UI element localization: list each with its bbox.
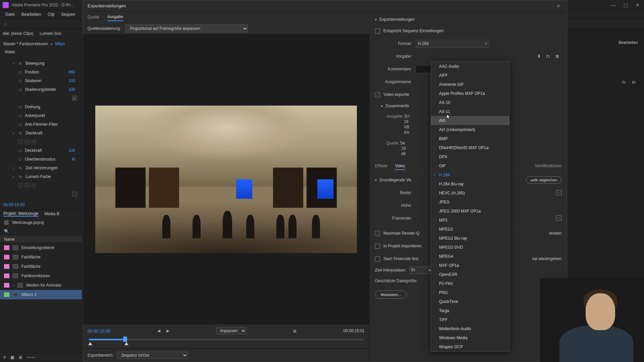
freeform-icon[interactable]: ⊞ xyxy=(19,355,22,360)
match-source-button[interactable]: uelle abgleichen xyxy=(526,176,561,184)
effect-name[interactable]: Zeit-Verzerrungen xyxy=(25,166,77,170)
icon-view-icon[interactable]: ▦ xyxy=(10,355,14,360)
format-option[interactable]: DNxHR/DNxHD MXF OP1a xyxy=(431,143,509,152)
crop-icon[interactable]: ▣ xyxy=(293,328,297,333)
tab-effects[interactable]: Effekte xyxy=(375,163,387,170)
dialog-close-icon[interactable]: ✕ xyxy=(555,2,562,10)
format-option[interactable]: Wellenform-Audio xyxy=(431,324,509,333)
mask-rect-icon[interactable]: ▭ xyxy=(25,139,30,144)
import-project-checkbox[interactable] xyxy=(375,244,380,249)
match-sequence-checkbox[interactable] xyxy=(375,28,380,34)
search-icon[interactable]: 🔍 xyxy=(4,229,9,234)
format-option[interactable]: Wraptor DCP xyxy=(431,342,509,351)
format-option[interactable]: P2-Film xyxy=(431,279,509,288)
play-icon[interactable]: ▶ xyxy=(166,328,169,333)
format-option[interactable]: AIFF xyxy=(431,71,509,80)
keyframe-icon[interactable]: ◇ xyxy=(18,70,22,74)
list-view-icon[interactable]: ≡ xyxy=(3,355,6,360)
format-option[interactable]: H.264 xyxy=(431,170,509,179)
close-icon[interactable]: ✕ xyxy=(635,3,640,7)
out-marker-icon[interactable] xyxy=(124,342,128,345)
clip-link[interactable]: Milan xyxy=(55,42,65,46)
keyframe-icon[interactable]: ◇ xyxy=(18,87,22,92)
project-item[interactable]: Farbfläche xyxy=(0,262,82,271)
menu-edit[interactable]: Bearbeiten xyxy=(19,12,44,17)
project-item[interactable]: Milano 1 xyxy=(0,290,82,299)
project-item[interactable]: Farbfläche xyxy=(0,252,82,262)
format-option[interactable]: AS-10 xyxy=(431,98,509,107)
format-option[interactable]: AVI xyxy=(431,116,509,125)
tab-output[interactable]: Ausgabe xyxy=(107,13,123,21)
tab-source[interactable]: Quelle xyxy=(88,13,99,21)
format-option[interactable]: TIFF xyxy=(431,315,509,324)
keyframe-icon[interactable]: ◇ xyxy=(18,122,22,127)
menu-clip[interactable]: Clip xyxy=(45,12,57,17)
tab-project[interactable]: Projekt: Werkzeuge xyxy=(3,211,39,217)
format-option[interactable]: MPEG2 Blu-ray xyxy=(431,234,509,243)
format-select[interactable]: H.264▾ xyxy=(415,40,489,48)
prop-value[interactable]: 960 xyxy=(68,70,75,74)
link-framerate-checkbox[interactable] xyxy=(556,216,561,221)
format-option[interactable]: AS-11 xyxy=(431,107,509,116)
format-option[interactable]: BMP xyxy=(431,134,509,143)
format-option[interactable]: MPEG4 xyxy=(431,252,509,261)
metadata-button[interactable]: Metadaten... xyxy=(375,291,407,299)
in-marker-icon[interactable] xyxy=(88,342,92,345)
format-option[interactable]: Apple ProRes MXF OP1a xyxy=(431,89,509,98)
format-option[interactable]: MXF OP1a xyxy=(431,261,509,270)
prop-value[interactable]: 100 xyxy=(68,87,75,92)
twirl-icon[interactable]: › xyxy=(11,166,15,170)
zoom-fit-select[interactable]: Anpassen xyxy=(216,327,246,335)
tab-source[interactable]: elle: (keine Clips) xyxy=(3,31,34,36)
prop-checkbox[interactable] xyxy=(72,192,77,196)
tab-media-browser[interactable]: Media-B xyxy=(45,212,60,216)
max-render-checkbox[interactable] xyxy=(375,231,380,236)
format-option[interactable]: AVI (Unkomprimiert) xyxy=(431,125,509,134)
save-preset-icon[interactable]: ⬇ xyxy=(537,54,541,59)
format-option[interactable]: DPX xyxy=(431,152,509,161)
prop-value[interactable]: M xyxy=(72,157,75,162)
range-select[interactable]: Sequenz In/Out xyxy=(117,352,188,359)
effect-name[interactable]: Lumetri-Farbe xyxy=(25,174,77,179)
project-item[interactable]: ›Medien für Animatic xyxy=(0,281,82,290)
effect-name[interactable]: Bewegung xyxy=(25,61,77,66)
minimize-icon[interactable]: ― xyxy=(611,3,616,7)
format-option[interactable]: Animierte GIF xyxy=(431,80,509,89)
step-back-icon[interactable]: ◀ xyxy=(157,328,160,333)
format-dropdown[interactable]: AAC-AudioAIFFAnimierte GIFApple ProRes M… xyxy=(431,61,509,352)
chevron-down-icon[interactable]: ▾ xyxy=(51,42,52,46)
zoom-slider[interactable]: ○── xyxy=(27,355,35,360)
keyframe-icon[interactable]: ◇ xyxy=(18,113,22,118)
format-option[interactable]: MPEG2-DVD xyxy=(431,243,509,252)
link-dimensions-checkbox[interactable] xyxy=(556,190,561,195)
format-option[interactable]: MPEG2 xyxy=(431,225,509,234)
mask-pen-icon[interactable]: ✎ xyxy=(32,183,36,188)
keyframe-icon[interactable]: ◇ xyxy=(18,157,22,162)
project-item[interactable]: Farbkorrekturen xyxy=(0,271,82,281)
prop-checkbox[interactable]: ✓ xyxy=(72,96,77,101)
twirl-icon[interactable]: ▾ xyxy=(381,104,383,108)
twirl-icon[interactable]: › xyxy=(11,174,15,179)
format-option[interactable]: Windows Media xyxy=(431,333,509,342)
video-export-checkbox[interactable] xyxy=(375,92,380,97)
prop-value[interactable]: 100 xyxy=(68,148,75,153)
format-option[interactable]: AAC-Audio xyxy=(431,62,509,71)
format-option[interactable]: PNG xyxy=(431,288,509,297)
menu-file[interactable]: Datei xyxy=(3,12,17,17)
format-option[interactable]: GIF xyxy=(431,161,509,170)
keyframe-icon[interactable]: ◇ xyxy=(18,148,22,153)
mask-ellipse-icon[interactable]: ○ xyxy=(18,139,23,144)
playhead[interactable] xyxy=(123,337,127,342)
col-name[interactable]: Name xyxy=(4,237,15,242)
delete-preset-icon[interactable]: 🗑 xyxy=(555,54,559,59)
format-option[interactable]: OpenEXR xyxy=(431,270,509,279)
tab-video[interactable]: Video xyxy=(395,163,405,170)
format-option[interactable]: JPEG xyxy=(431,197,509,206)
timeline-scrubber[interactable] xyxy=(88,337,365,343)
twirl-icon[interactable]: ▾ xyxy=(375,18,377,21)
home-icon[interactable]: ⌂ xyxy=(4,21,9,26)
format-option[interactable]: H.264 Blu-ray xyxy=(431,179,509,188)
format-option[interactable]: MP3 xyxy=(431,216,509,225)
effect-name[interactable]: Deckkraft xyxy=(25,131,77,135)
keyframe-icon[interactable]: ◇ xyxy=(18,105,22,109)
